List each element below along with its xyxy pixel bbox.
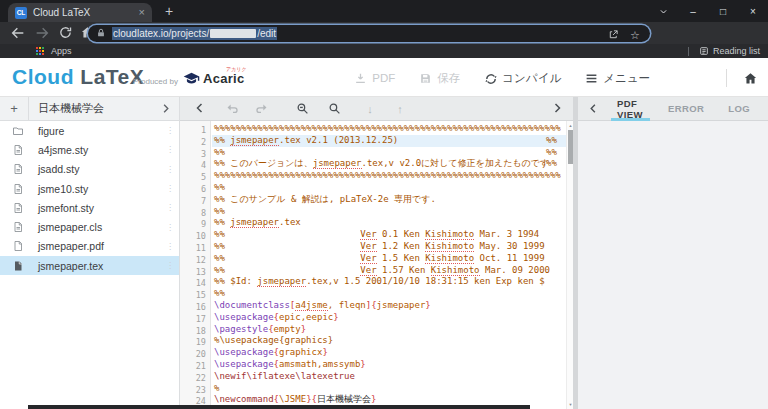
code-line-5[interactable]: %%%%%%%%%%%%%%%%%%%%%%%%%%%%%%%%%%%%%%%%… <box>212 170 566 182</box>
line-number: 2 <box>180 137 206 149</box>
maximize-button[interactable]: □ <box>708 0 738 22</box>
apps-grid-icon[interactable] <box>36 47 45 56</box>
file-row-a4jsme.sty[interactable]: a4jsme.sty⋮ <box>0 140 179 159</box>
code-line-23[interactable]: % <box>212 383 566 395</box>
line-number: 8 <box>180 208 206 220</box>
file-name: figure <box>38 125 64 137</box>
line-number: 20 <box>180 349 206 361</box>
code-line-21[interactable]: \usepackage{amsmath,amssymb} <box>212 359 566 371</box>
editor-toolbar: ↓ ↑ <box>180 97 573 121</box>
file-overflow-icon[interactable]: ⋮ <box>166 145 174 154</box>
file-row-jsmepaper.pdf[interactable]: jsmepaper.pdf⋮ <box>0 237 179 256</box>
file-row-figure[interactable]: figure⋮ <box>0 121 179 140</box>
reload-icon[interactable] <box>58 25 74 41</box>
produced-by-label: Produced by <box>133 77 178 86</box>
minimize-button[interactable]: – <box>678 0 708 22</box>
url-bar[interactable]: cloudlatex.io/projects//edit ☆ <box>88 25 650 42</box>
code-line-10[interactable]: %% Ver 0.1 Ken Kishimoto Mar. 3 1994 <box>212 229 566 241</box>
code-line-4[interactable]: %% このバージョンは、jsmepaper.tex,v v2.0に対して修正を加… <box>212 158 566 170</box>
code-line-20[interactable]: \usepackage{graphicx} <box>212 347 566 359</box>
doc-icon <box>12 202 24 214</box>
code-line-22[interactable]: \newif\iflatexe\latexetrue <box>212 371 566 383</box>
code-line-17[interactable]: \usepackage{epic,eepic} <box>212 312 566 324</box>
new-tab-button[interactable]: + <box>160 2 178 20</box>
code-line-3[interactable]: %%%% <box>212 147 566 159</box>
compile-button[interactable]: コンパイル <box>484 71 561 86</box>
code-line-13[interactable]: %% Ver 1.57 Ken Kishimoto Mar. 09 2000 <box>212 265 566 277</box>
collapse-left-chevron-icon[interactable] <box>194 102 208 116</box>
apps-label[interactable]: Apps <box>51 46 72 56</box>
find-replace-icon[interactable] <box>296 102 310 116</box>
file-overflow-icon[interactable]: ⋮ <box>166 223 174 232</box>
code-line-12[interactable]: %% Ver 1.5 Ken Kishimoto Oct. 11 1999 <box>212 253 566 265</box>
sidebar-header: + 日本機械学会 <box>0 97 179 121</box>
tab-close-icon[interactable]: × <box>139 7 145 18</box>
chevron-right-icon[interactable] <box>160 103 171 114</box>
search-icon[interactable] <box>328 102 342 116</box>
code-area[interactable]: 123456789101112131415161718192021222324 … <box>180 121 573 409</box>
tab-pdf-view[interactable]: PDF VIEW <box>611 97 650 121</box>
cloudlatex-logo[interactable]: Cloud LaTeX <box>12 65 144 89</box>
file-overflow-icon[interactable]: ⋮ <box>166 242 174 251</box>
reading-list[interactable]: Reading list <box>688 44 760 58</box>
code-line-11[interactable]: %% Ver 1.2 Ken Kishimoto May. 30 1999 <box>212 241 566 253</box>
browser-toolbar: cloudlatex.io/projects//edit ☆ ⋮ <box>0 22 768 44</box>
file-row-jsme10.sty[interactable]: jsme10.sty⋮ <box>0 179 179 198</box>
forward-icon[interactable] <box>34 25 50 41</box>
code-line-15[interactable]: %% <box>212 288 566 300</box>
scrollbar-thumb[interactable] <box>568 130 573 164</box>
file-overflow-icon[interactable]: ⋮ <box>166 184 174 193</box>
file-row-jsmepaper.cls[interactable]: jsmepaper.cls⋮ <box>0 217 179 236</box>
code-line-16[interactable]: \documentclass[a4jsme, fleqn]{jsmepaper} <box>212 300 566 312</box>
line-number: 11 <box>180 243 206 255</box>
add-file-button[interactable]: + <box>0 101 28 116</box>
acaric-logo[interactable]: Acaricアカリク <box>183 70 245 87</box>
file-row-jsadd.sty[interactable]: jsadd.sty⋮ <box>0 160 179 179</box>
graduation-cap-icon <box>183 70 200 87</box>
file-overflow-icon[interactable]: ⋮ <box>166 126 174 135</box>
app-home-button[interactable] <box>743 71 758 86</box>
chevron-down-icon[interactable] <box>648 0 678 22</box>
line-number: 23 <box>180 385 206 397</box>
find-prev-arrow-icon[interactable]: ↑ <box>393 102 407 116</box>
collapse-right-chevron-icon[interactable] <box>551 102 565 116</box>
code-line-2[interactable]: %% jsmepaper.tex v2.1 (2013.12.25)%% <box>212 135 566 147</box>
tab-error[interactable]: ERROR <box>662 97 710 121</box>
url-text[interactable]: cloudlatex.io/projects//edit <box>112 27 277 40</box>
file-overflow-icon[interactable]: ⋮ <box>166 165 174 174</box>
code-line-6[interactable]: %% <box>212 182 566 194</box>
file-row-jsmefont.sty[interactable]: jsmefont.sty⋮ <box>0 198 179 217</box>
undo-icon[interactable] <box>226 102 240 116</box>
menu-button[interactable]: メニュー <box>585 71 650 86</box>
scroll-up-icon[interactable]: ▲ <box>567 123 574 128</box>
scroll-down-icon[interactable]: ▼ <box>567 402 574 407</box>
tab-log[interactable]: LOG <box>722 97 756 121</box>
file-overflow-icon[interactable]: ⋮ <box>166 203 174 212</box>
code-line-9[interactable]: %% jsmepaper.tex <box>212 217 566 229</box>
code-line-8[interactable]: %% <box>212 206 566 218</box>
browser-tab[interactable]: CL Cloud LaTeX × <box>8 3 152 22</box>
folder-icon <box>12 125 24 137</box>
collapse-panel-chevron-icon[interactable] <box>588 103 599 114</box>
redo-icon[interactable] <box>254 102 268 116</box>
code-line-7[interactable]: %% このサンプル & 解説は, pLaTeX-2e 専用です. <box>212 194 566 206</box>
back-icon[interactable] <box>10 25 26 41</box>
code-line-14[interactable]: %% $Id: jsmepaper.tex,v 1.5 2001/10/10 1… <box>212 276 566 288</box>
code-line-1[interactable]: %%%%%%%%%%%%%%%%%%%%%%%%%%%%%%%%%%%%%%%%… <box>212 123 566 135</box>
close-button[interactable]: × <box>738 0 768 22</box>
bookmark-star-icon[interactable]: ☆ <box>629 29 641 41</box>
save-button[interactable]: 保存 <box>419 71 460 86</box>
file-name: jsme10.sty <box>38 183 88 195</box>
pdf-button[interactable]: PDF <box>354 72 395 85</box>
file-overflow-icon[interactable]: ⋮ <box>166 261 174 270</box>
file-row-jsmepaper.tex[interactable]: jsmepaper.tex⋮ <box>0 256 179 275</box>
share-icon[interactable] <box>608 29 620 41</box>
code-line-18[interactable]: \pagestyle{empty} <box>212 324 566 336</box>
code-line-19[interactable]: %\usepackage{graphics} <box>212 335 566 347</box>
header-right <box>706 66 758 90</box>
editor-scrollbar[interactable]: ▲ ▼ <box>566 121 573 409</box>
line-number: 12 <box>180 255 206 267</box>
lock-icon[interactable] <box>96 28 106 38</box>
find-next-arrow-icon[interactable]: ↓ <box>363 102 377 116</box>
acaric-kana-label: アカリク <box>226 66 246 72</box>
